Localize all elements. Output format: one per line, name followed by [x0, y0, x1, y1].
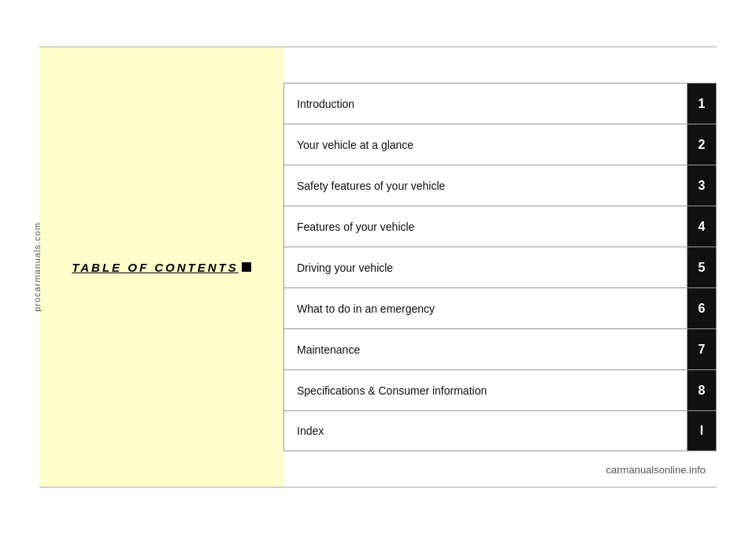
toc-label-3: Safety features of your vehicle: [284, 165, 687, 206]
toc-label-9: Index: [284, 411, 687, 451]
toc-label-2: Your vehicle at a glance: [284, 124, 687, 165]
toc-label-4: Features of your vehicle: [284, 206, 687, 247]
left-panel: procarmanuals.com TABLE OF CONTENTS: [39, 47, 284, 487]
toc-number-8: 8: [687, 370, 716, 410]
toc-row[interactable]: What to do in an emergency6: [284, 287, 717, 328]
toc-label-6: What to do in an emergency: [284, 288, 687, 328]
toc-row[interactable]: Driving your vehicle5: [284, 247, 717, 287]
toc-row[interactable]: Specifications & Consumer information8: [284, 369, 717, 410]
toc-label-7: Maintenance: [284, 329, 687, 369]
toc-label-1: Introduction: [284, 83, 687, 124]
title-block: TABLE OF CONTENTS: [72, 261, 251, 274]
toc-row[interactable]: Introduction1: [284, 83, 717, 124]
toc-number-6: 6: [687, 288, 716, 328]
toc-number-1: 1: [687, 83, 716, 124]
toc-row[interactable]: IndexI: [284, 410, 717, 451]
toc-row[interactable]: Safety features of your vehicle3: [284, 165, 717, 206]
page-container: procarmanuals.com TABLE OF CONTENTS Intr…: [39, 46, 717, 488]
toc-number-2: 2: [687, 124, 716, 165]
toc-row[interactable]: Maintenance7: [284, 328, 717, 369]
toc-number-3: 3: [687, 165, 716, 206]
toc-label-5: Driving your vehicle: [284, 247, 687, 287]
toc-title: TABLE OF CONTENTS: [72, 261, 239, 274]
toc-number-7: 7: [687, 329, 716, 369]
toc-number-9: I: [687, 411, 716, 451]
toc-row[interactable]: Your vehicle at a glance2: [284, 124, 717, 165]
toc-number-5: 5: [687, 247, 716, 287]
toc-row[interactable]: Features of your vehicle4: [284, 206, 717, 247]
toc-number-4: 4: [687, 206, 716, 247]
watermark: procarmanuals.com: [32, 222, 42, 312]
bottom-logo: carmanualsonline.info: [606, 464, 706, 476]
right-panel: Introduction1Your vehicle at a glance2Sa…: [284, 47, 717, 487]
title-square-icon: [242, 262, 251, 272]
toc-label-8: Specifications & Consumer information: [284, 370, 687, 410]
